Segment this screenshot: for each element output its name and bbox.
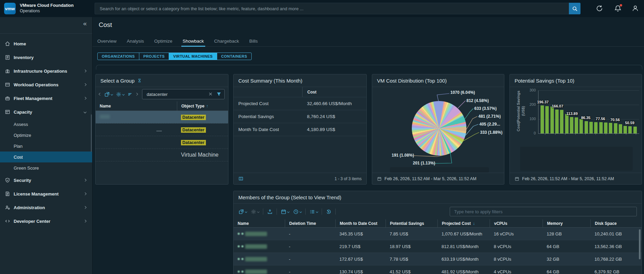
export-icon[interactable] (267, 209, 273, 215)
column-header-projected-cost[interactable]: Projected Cost↓ (437, 219, 490, 227)
panel-header: Cost Summary (This Month) (234, 74, 366, 87)
group-row[interactable]: Datacenter (96, 111, 228, 124)
tab-showback[interactable]: Showback (183, 36, 204, 46)
group-row[interactable]: Datacenter (96, 124, 228, 136)
list-view-icon[interactable] (309, 209, 318, 215)
cost-row-label: Projected Cost (234, 101, 302, 106)
bar[interactable] (585, 121, 588, 133)
bar[interactable] (555, 110, 559, 133)
pie-chart[interactable]: 1070 (6.04%)812 (4.58%)633 (3.57%)481 (2… (372, 74, 504, 184)
settings-gear-icon[interactable] (116, 91, 124, 97)
columns-icon[interactable] (238, 176, 243, 181)
sort-filter-icon[interactable] (127, 92, 132, 97)
members-scrollbar-thumb[interactable] (639, 229, 641, 259)
column-header-month-to-date[interactable]: Month to Date Cost (335, 219, 386, 227)
projects-button[interactable]: PROJECTS (139, 53, 169, 60)
date-range: Feb 26, 2026, 11:52 AM - Mar 5, 2026, 11… (384, 176, 476, 181)
pie-graphic[interactable] (412, 101, 466, 156)
sidebar-item-plan[interactable]: Plan (0, 141, 92, 152)
column-header-object-type[interactable]: Object Type↑ (177, 101, 228, 111)
page-left-icon[interactable] (99, 93, 102, 96)
chevron-down-icon (111, 93, 113, 95)
settings-gear-icon[interactable] (251, 209, 259, 215)
user-menu-icon[interactable] (632, 5, 639, 12)
sidebar-item-security[interactable]: Security (0, 173, 92, 187)
x-axis-tick (545, 133, 545, 135)
member-row[interactable]: - 345.35 US$ 7.85 US$ 1,070.67 US$/Month… (234, 228, 642, 240)
bar-chart[interactable]: Cost|Potential Savings (US$) 196.37166.0… (510, 74, 642, 184)
sidebar-item-capacity[interactable]: Capacity (0, 105, 92, 119)
sidebar-item-workload-operations[interactable]: Workload Operations (0, 78, 92, 91)
tab-bills[interactable]: Bills (249, 36, 258, 46)
column-header-cost[interactable]: Cost (302, 87, 366, 97)
bar[interactable] (633, 127, 637, 133)
sidebar-item-assess[interactable]: Assess (0, 119, 92, 130)
refresh-icon[interactable] (596, 5, 603, 12)
column-header-memory[interactable]: Memory (543, 219, 590, 227)
bar[interactable] (619, 124, 622, 133)
global-search-input[interactable] (95, 3, 569, 14)
group-row[interactable]: Virtual Machine (96, 149, 228, 161)
sidebar-item-license-management[interactable]: License Management (0, 187, 92, 201)
notifications-bell-icon[interactable] (614, 5, 621, 13)
pan-selector-icon[interactable] (238, 209, 247, 215)
tab-analysis[interactable]: Analysis (127, 36, 144, 46)
search-button[interactable] (569, 3, 580, 14)
pan-selector-icon[interactable] (104, 91, 113, 97)
sidebar-scrollbar-thumb[interactable] (91, 114, 92, 152)
sidebar-item-infrastructure-operations[interactable]: Infrastructure Operations (0, 64, 92, 78)
containers-button[interactable]: CONTAINERS (217, 53, 251, 60)
member-row[interactable]: - 172.67 US$ 7.78 US$ 633.19 US$/Month 8… (234, 253, 642, 265)
column-header-name[interactable]: Name (234, 219, 285, 227)
member-row[interactable]: - 130.74 US$ 41.52 US$ 481.92 US$/Month … (234, 265, 642, 274)
sidebar-item-fleet-management[interactable]: Fleet Management (0, 91, 92, 105)
reset-view-icon[interactable] (326, 209, 332, 215)
sidebar-item-developer-center[interactable]: Developer Center (0, 214, 92, 228)
column-header-name[interactable]: Name (96, 101, 177, 111)
clear-search-icon[interactable] (208, 91, 213, 97)
sidebar-item-cost[interactable]: Cost (0, 152, 92, 162)
bar[interactable] (609, 123, 612, 133)
bar-value-label: 77.56 (596, 117, 605, 121)
organizations-button[interactable]: ORGANIZATIONS (98, 53, 139, 60)
column-header-vcpus[interactable]: vCPUs (490, 219, 543, 227)
filter-funnel-icon[interactable] (216, 91, 222, 97)
virtual-machines-button[interactable]: VIRTUAL MACHINES (169, 53, 217, 60)
sidebar-item-administration[interactable]: Administration (0, 201, 92, 214)
bar[interactable] (628, 126, 632, 133)
vcpus-cell: 16 vCPUs (490, 231, 543, 236)
sidebar-collapse-button[interactable]: « (83, 20, 87, 27)
bar[interactable] (594, 122, 598, 133)
sidebar-item-inventory[interactable]: Inventory (0, 51, 92, 64)
bar[interactable] (599, 122, 603, 133)
members-filter-input[interactable] (450, 207, 637, 216)
bar[interactable] (560, 110, 563, 133)
sidebar-item-optimize[interactable]: Optimize (0, 130, 92, 141)
chevron-right-icon (84, 83, 87, 86)
memory-cell: 32 GB (543, 257, 590, 262)
sidebar-item-green-score[interactable]: Green Score (0, 162, 92, 173)
bar[interactable] (570, 117, 573, 133)
bar[interactable] (614, 123, 617, 133)
group-row[interactable]: Datacenter (96, 136, 228, 149)
potential-savings-cell: 7.85 US$ (386, 231, 437, 236)
clock-icon[interactable] (293, 209, 302, 215)
bar[interactable] (550, 106, 554, 133)
calendar-icon[interactable] (281, 209, 289, 215)
member-row[interactable]: - 219.7 US$ 18.97 US$ 812.81 US$/Month 8… (234, 240, 642, 253)
column-header-deletion-time[interactable]: Deletion Time (285, 219, 335, 227)
page-right-icon[interactable] (135, 93, 138, 96)
sidebar-item-home[interactable]: Home (0, 37, 92, 51)
tab-chargeback[interactable]: Chargeback (214, 36, 239, 46)
bar[interactable] (579, 119, 583, 133)
bar[interactable] (575, 117, 578, 133)
tab-overview[interactable]: Overview (97, 36, 116, 46)
bar[interactable] (624, 126, 627, 133)
bar[interactable] (589, 122, 593, 133)
bar[interactable] (604, 122, 607, 133)
bar[interactable] (545, 106, 549, 133)
bar[interactable] (565, 114, 569, 133)
column-header-disk-space[interactable]: Disk Space (590, 219, 642, 227)
tab-optimize[interactable]: Optimize (154, 36, 172, 46)
column-header-potential-savings[interactable]: Potential Savings (386, 219, 437, 227)
